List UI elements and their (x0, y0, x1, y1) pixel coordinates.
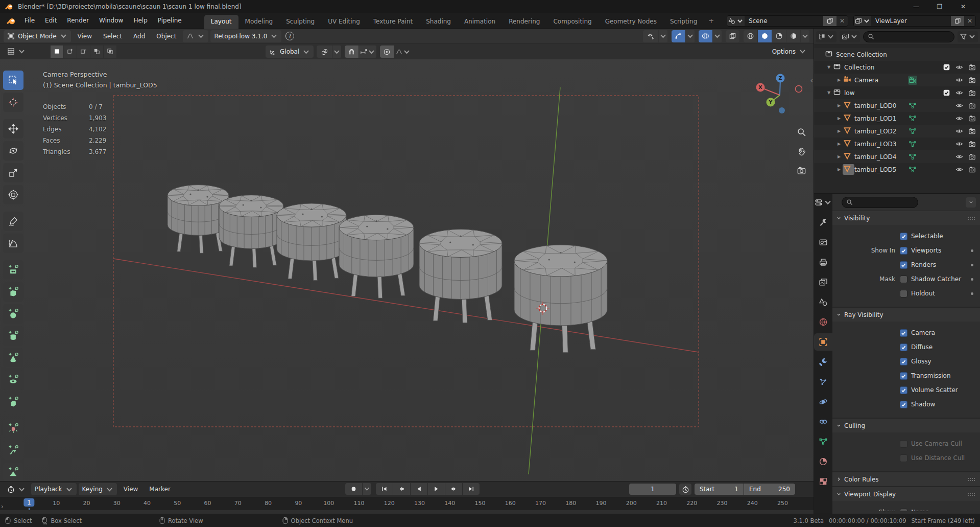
toolbar-tool-button[interactable] (3, 463, 23, 481)
property-checkbox[interactable] (900, 358, 907, 365)
shading-rendered-button[interactable] (786, 30, 800, 42)
timeline-expand-arrow[interactable]: › (1, 503, 4, 510)
toolbar-tool-button[interactable] (3, 119, 23, 139)
object-name[interactable]: Collection (844, 64, 874, 71)
render-visibility-icon[interactable] (968, 153, 976, 161)
frame-tick[interactable]: 180 (565, 500, 576, 507)
viewlayer-copy-button[interactable] (951, 15, 964, 27)
orientation-dropdown[interactable]: Global (266, 45, 314, 58)
toolbar-tool-button[interactable] (3, 260, 23, 280)
add-workspace-button[interactable]: + (704, 17, 719, 25)
select-invert-button[interactable] (90, 45, 103, 58)
end-frame-field[interactable]: End250 (744, 484, 795, 495)
panel-header[interactable]: Visibility (832, 211, 980, 225)
outliner-row[interactable]: ▼ Collection (814, 61, 980, 74)
outliner-row[interactable]: ▶ tambur_LOD2 (814, 125, 980, 138)
hide-eye-icon[interactable] (955, 76, 963, 84)
render-visibility-icon[interactable] (968, 76, 976, 84)
toolbar-tool-button[interactable] (3, 441, 23, 460)
outliner-row[interactable]: ▶ Camera (814, 74, 980, 86)
chevron-down-icon[interactable] (363, 483, 371, 495)
expander-icon[interactable]: ▶ (835, 103, 843, 108)
frame-tick[interactable]: 250 (777, 500, 788, 507)
frame-tick[interactable]: 100 (323, 500, 334, 507)
retopoflow-dropdown[interactable]: RetopoFlow 3.1.0 (210, 30, 281, 42)
panel-header[interactable]: Ray Visibility (832, 308, 980, 322)
properties-tab[interactable] (814, 393, 832, 410)
expander-icon[interactable]: ▶ (835, 129, 843, 133)
property-checkbox[interactable] (900, 233, 907, 240)
properties-tab[interactable] (814, 273, 832, 291)
zoom-icon[interactable] (797, 127, 806, 137)
proportional-edit-toggle[interactable] (380, 45, 394, 58)
timeline-ruler[interactable]: 1102030405060708090100110120130140150160… (0, 497, 814, 510)
object-name[interactable]: tambur_LOD2 (854, 128, 896, 135)
object-name[interactable]: low (844, 89, 855, 97)
workspace-tab[interactable]: Layout (204, 15, 238, 29)
property-checkbox[interactable] (900, 276, 907, 283)
outliner-row[interactable]: Scene Collection (814, 48, 980, 61)
hide-eye-icon[interactable] (955, 102, 963, 109)
frame-tick[interactable]: 10 (53, 500, 60, 507)
outliner-search-input[interactable] (863, 31, 954, 42)
workspace-tab[interactable]: Texture Paint (367, 15, 419, 29)
property-checkbox[interactable] (900, 401, 907, 408)
properties-editor-type-button[interactable] (816, 196, 831, 209)
properties-tab[interactable] (814, 353, 832, 371)
frame-tick[interactable]: 80 (265, 500, 272, 507)
workspace-tab[interactable]: Modeling (238, 15, 280, 29)
viewlayer-name-field[interactable]: ViewLayer (871, 15, 951, 27)
toolbar-tool-button[interactable] (3, 348, 23, 368)
render-visibility-icon[interactable] (968, 102, 976, 109)
menu-render[interactable]: Render (62, 13, 94, 28)
workspace-tab[interactable]: UV Editing (321, 15, 367, 29)
hide-eye-icon[interactable] (955, 127, 963, 135)
menu-help[interactable]: Help (128, 13, 152, 28)
playback-menu[interactable]: Playback (31, 483, 77, 495)
expander-icon[interactable]: ▼ (825, 90, 832, 95)
property-checkbox[interactable] (900, 440, 907, 448)
frame-tick[interactable]: 160 (505, 500, 516, 507)
frame-tick[interactable]: 90 (295, 500, 302, 507)
toolbar-tool-button[interactable] (3, 370, 23, 389)
jump-to-end-button[interactable] (463, 483, 480, 495)
outliner-row[interactable]: ▶ tambur_LOD4 (814, 150, 980, 163)
frame-tick[interactable]: 110 (353, 500, 364, 507)
frame-tick[interactable]: 20 (83, 500, 90, 507)
toolbar-tool-button[interactable] (3, 141, 23, 161)
options-dropdown[interactable]: Options (769, 45, 810, 58)
shading-material-button[interactable] (772, 30, 786, 42)
snap-magnet-toggle[interactable] (345, 45, 358, 58)
render-visibility-icon[interactable] (968, 127, 976, 135)
frame-tick[interactable]: 200 (626, 500, 637, 507)
outliner-row[interactable]: ▶ tambur_LOD5 (814, 163, 980, 176)
keying-menu[interactable]: Keying (79, 483, 117, 495)
property-checkbox[interactable] (900, 290, 907, 297)
object-name[interactable]: Scene Collection (836, 51, 887, 58)
viewport-3d[interactable]: Z X Y Camera Perspective (1) Scene Colle… (0, 59, 814, 481)
panel-header[interactable]: Viewport Display (832, 487, 980, 501)
menu-object[interactable]: Object (152, 33, 181, 40)
hide-eye-icon[interactable] (955, 89, 963, 97)
help-icon[interactable]: ? (285, 32, 294, 40)
workspace-tab[interactable]: Compositing (546, 15, 598, 29)
frame-tick[interactable]: 150 (474, 500, 485, 507)
object-name[interactable]: tambur_LOD4 (854, 153, 896, 161)
toolbar-tool-button[interactable] (3, 163, 23, 182)
auto-keyframe-toggle[interactable] (345, 483, 362, 495)
toolbar-tool-button[interactable] (3, 71, 23, 90)
frame-tick[interactable]: 220 (686, 500, 697, 507)
menu-view[interactable]: View (73, 33, 97, 40)
hide-eye-icon[interactable] (955, 140, 963, 148)
menu-edit[interactable]: Edit (40, 13, 62, 28)
blender-menu-icon[interactable] (6, 16, 16, 26)
animate-dot[interactable] (971, 292, 973, 295)
chevron-down-icon[interactable] (659, 30, 667, 42)
chevron-down-icon[interactable] (801, 30, 809, 42)
chevron-down-icon[interactable] (713, 30, 722, 42)
drag-handle-icon[interactable] (967, 491, 976, 497)
panel-header[interactable]: Culling (832, 419, 980, 432)
scene-unlink-button[interactable]: ✕ (836, 15, 848, 27)
frame-tick[interactable]: 30 (113, 500, 121, 507)
toolbar-tool-button[interactable] (3, 234, 23, 253)
